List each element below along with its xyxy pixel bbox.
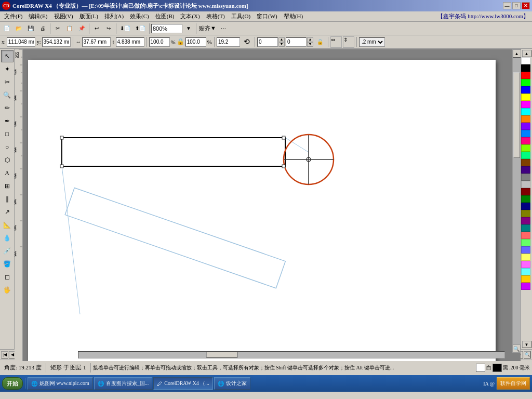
print-btn[interactable]: 🖨 — [37, 23, 48, 34]
color-swatch-6[interactable] — [521, 101, 530, 108]
y-input[interactable]: 354.132 mm — [42, 37, 71, 47]
color-swatch-31[interactable] — [521, 283, 530, 290]
menu-edit[interactable]: 编辑(E) — [25, 11, 50, 21]
color-swatch-10[interactable] — [521, 130, 530, 137]
menu-layout[interactable]: 版面(L) — [76, 11, 101, 21]
color-swatch-25[interactable] — [521, 239, 530, 246]
tool-text[interactable]: A — [1, 167, 14, 179]
scale-w-input[interactable] — [149, 37, 170, 47]
paste-snap-label[interactable]: 贴齐▼ — [198, 24, 217, 32]
menu-view[interactable]: 视图(V) — [51, 11, 76, 21]
zoom-input[interactable]: 800% — [151, 24, 182, 33]
redo-btn[interactable]: ↪ — [103, 23, 114, 34]
x-input[interactable]: 111.048 mm — [7, 37, 35, 47]
color-swatch-4[interactable] — [521, 86, 530, 94]
zoom-dropdown-btn[interactable]: ▼ — [183, 23, 194, 34]
color-swatch-14[interactable] — [521, 159, 530, 166]
menu-arrange[interactable]: 排列(A) — [101, 11, 127, 21]
taskbar-baidu[interactable]: 🌐 百度图片搜索_国... — [94, 377, 153, 390]
tool-hand[interactable]: 🖐 — [1, 284, 14, 296]
tool-smart-draw[interactable]: ✒ — [1, 115, 14, 127]
menu-help[interactable]: 帮助(H) — [281, 11, 306, 21]
horizontal-scrollbar[interactable] — [78, 351, 505, 358]
tool-shape[interactable]: ✦ — [1, 63, 14, 75]
lock-proportions-btn[interactable]: 🔒 — [177, 38, 184, 46]
color-swatch-30[interactable] — [521, 275, 530, 283]
color-swatch-27[interactable] — [521, 254, 530, 261]
tool-freehand[interactable]: ✏ — [1, 102, 14, 114]
color-swatch-16[interactable] — [521, 174, 530, 181]
canvas-container[interactable]: ▲ ▼ 🔍 — [23, 49, 521, 361]
taskbar-software-btn[interactable]: 软件自学网 — [497, 377, 530, 390]
color-swatch-19[interactable] — [521, 195, 530, 203]
h-scroll-thumb[interactable] — [206, 352, 237, 358]
tool-interactive[interactable]: 💧 — [1, 232, 14, 244]
taskbar-design[interactable]: 🌐 设计之家 — [214, 377, 250, 390]
zoom-fit-btn[interactable]: 🔍 — [524, 351, 531, 358]
rotate-ccw-btn[interactable]: ⟲ — [241, 36, 252, 48]
tool-polygon[interactable]: ⬡ — [1, 154, 14, 166]
color-swatch-9[interactable] — [521, 123, 530, 130]
color-swatch-13[interactable] — [521, 152, 530, 159]
w-input[interactable] — [82, 37, 111, 47]
skew-v-down[interactable]: ▼ — [307, 42, 313, 47]
mirror-v-btn[interactable]: ⇕ — [343, 36, 354, 48]
skew-h-up[interactable]: ▲ — [278, 37, 285, 42]
app-restore-btn[interactable]: □ — [512, 2, 521, 9]
color-swatch-5[interactable] — [521, 94, 530, 101]
menu-effects[interactable]: 效果(C) — [127, 11, 152, 21]
skew-h-down[interactable]: ▼ — [278, 42, 285, 47]
scale-h-input[interactable] — [185, 37, 206, 47]
color-swatch-2[interactable] — [521, 72, 530, 79]
palette-down-btn[interactable]: ▼ — [522, 341, 531, 348]
scroll-up-btn[interactable]: ▲ — [513, 49, 521, 58]
tool-parallel[interactable]: ∥ — [1, 193, 14, 205]
snap-options-btn[interactable]: ⋯ — [218, 23, 229, 34]
menu-file[interactable]: 文件(F) — [1, 11, 25, 21]
tool-outline[interactable]: ◻ — [1, 271, 14, 283]
color-swatch-7[interactable] — [521, 108, 530, 115]
lock-btn[interactable]: 🔓 — [314, 36, 326, 48]
menu-table[interactable]: 表格(T) — [203, 11, 228, 21]
tool-ellipse[interactable]: ○ — [1, 141, 14, 153]
fill-indicator[interactable] — [476, 364, 485, 372]
color-swatch-26[interactable] — [521, 246, 530, 254]
export-btn[interactable]: ⬆📄 — [133, 23, 148, 34]
color-swatch-12[interactable] — [521, 144, 530, 152]
color-swatch-17[interactable] — [521, 181, 530, 188]
tool-crop[interactable]: ✂ — [1, 76, 14, 88]
color-swatch-29[interactable] — [521, 268, 530, 275]
skew-v-up[interactable]: ▲ — [307, 37, 313, 42]
app-close-btn[interactable]: ✕ — [522, 2, 530, 9]
start-btn[interactable]: 开始 — [2, 377, 23, 390]
menu-text[interactable]: 文本(X) — [177, 11, 203, 21]
undo-btn[interactable]: ↩ — [91, 23, 102, 34]
color-swatch-0[interactable] — [521, 57, 530, 64]
menu-tools[interactable]: 工具(O) — [228, 11, 254, 21]
app-minimize-btn[interactable]: — — [503, 2, 511, 9]
color-swatch-28[interactable] — [521, 261, 530, 268]
color-swatch-20[interactable] — [521, 203, 530, 210]
paste-btn[interactable]: 📌 — [76, 23, 87, 34]
tool-connector[interactable]: ↗ — [1, 206, 14, 218]
tool-fill[interactable]: 🪣 — [1, 258, 14, 270]
zoom-corner-btn[interactable]: 🔍 — [512, 344, 521, 353]
skew-v-input[interactable] — [286, 37, 307, 47]
color-swatch-1[interactable] — [521, 64, 530, 72]
copy-btn[interactable]: 📋 — [64, 23, 75, 34]
mirror-h-btn[interactable]: ⇔ — [330, 36, 342, 48]
tool-rectangle[interactable]: □ — [1, 128, 14, 140]
h-input[interactable] — [116, 37, 144, 47]
color-swatch-18[interactable] — [521, 188, 530, 195]
taskbar-nipic[interactable]: 🌐 妮图网 www.nipic.com — [28, 377, 93, 390]
first-page-btn[interactable]: |◀ — [1, 351, 8, 358]
tool-eyedropper[interactable]: 💉 — [1, 245, 14, 257]
open-btn[interactable]: 📂 — [13, 23, 24, 34]
scroll-thumb-v[interactable] — [513, 72, 520, 158]
tool-zoom-tool[interactable]: 🔍 — [1, 89, 14, 101]
import-btn[interactable]: ⬇📄 — [118, 23, 132, 34]
stroke-indicator[interactable] — [493, 364, 502, 372]
tool-measure[interactable]: 📐 — [1, 219, 14, 231]
palette-up-btn[interactable]: ▲ — [522, 50, 531, 57]
menu-bitmap[interactable]: 位图(B) — [152, 11, 178, 21]
